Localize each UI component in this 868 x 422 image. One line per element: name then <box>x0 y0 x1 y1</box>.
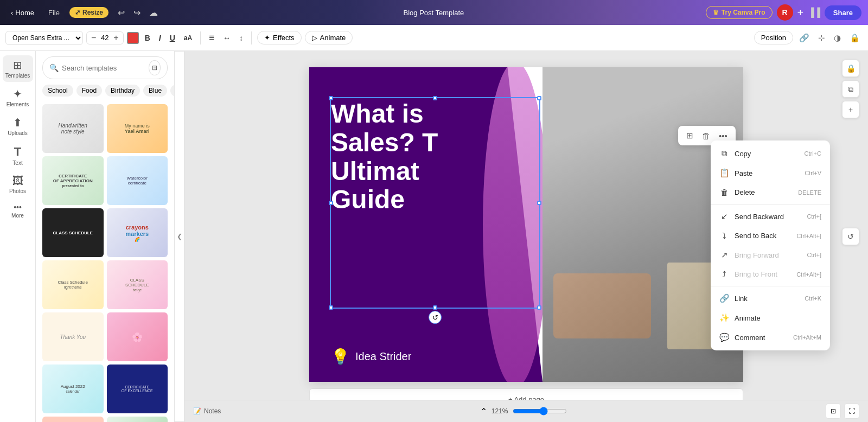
tag-school[interactable]: School <box>42 85 73 97</box>
canvas-add-page-button[interactable]: + <box>842 101 859 118</box>
ctx-copy-item[interactable]: ⧉ Copy Ctrl+C <box>711 144 830 163</box>
tag-birthday[interactable]: Birthday <box>105 85 140 97</box>
letter-spacing-button[interactable]: ↔ <box>220 31 233 44</box>
template-thumb-2[interactable]: My name isYael Amari <box>107 104 168 153</box>
template-thumb-5[interactable]: CLASS SCHEDULE <box>42 208 104 257</box>
lock-icon-button[interactable]: 🔒 <box>847 31 863 45</box>
font-size-decrease-button[interactable]: − <box>90 33 97 43</box>
more-icon: ••• <box>14 203 22 212</box>
underline-button[interactable]: U <box>167 31 178 44</box>
template-thumb-7[interactable]: Class Schedulelight theme <box>42 260 104 309</box>
text-color-button[interactable] <box>127 32 139 44</box>
template-thumb-12[interactable]: CERTIFICATEOF EXCELLENCE <box>107 365 168 413</box>
tag-food[interactable]: Food <box>76 85 102 97</box>
home-button[interactable]: ‹ Home <box>7 7 39 19</box>
photos-icon: 🖼 <box>12 175 23 187</box>
activity-button[interactable]: ▐▐ <box>808 8 820 17</box>
rotate-canvas-button[interactable]: ↺ <box>842 228 859 245</box>
link-icon-button[interactable]: 🔗 <box>796 31 812 45</box>
resize-label: Resize <box>82 9 103 16</box>
share-button[interactable]: Share <box>825 5 861 20</box>
redo-button[interactable]: ↪ <box>130 5 144 21</box>
sidebar-templates-label: Templates <box>5 73 30 79</box>
sidebar-item-templates[interactable]: ⊞ Templates <box>3 55 33 82</box>
italic-button[interactable]: I <box>156 31 164 44</box>
animate-label: Animate <box>320 34 346 42</box>
sidebar-item-photos[interactable]: 🖼 Photos <box>3 171 33 197</box>
ctx-bring-forward-item: ↗ Bring Forward Ctrl+] <box>711 245 830 265</box>
ctx-send-to-back-item[interactable]: ⤵ Send to Back Ctrl+Alt+[ <box>711 226 830 245</box>
effects-button[interactable]: ✦ Effects <box>257 31 302 44</box>
ctx-delete-item[interactable]: 🗑 Delete DELETE <box>711 183 830 202</box>
file-button[interactable]: File <box>44 7 64 19</box>
search-input[interactable] <box>62 64 145 72</box>
zoom-slider[interactable] <box>513 407 567 415</box>
case-button[interactable]: aA <box>181 32 195 44</box>
paste-icon: 📋 <box>719 168 729 178</box>
template-thumb-6[interactable]: crayons markers 🌈 <box>107 208 168 257</box>
ctx-bring-to-front-item: ⤴ Bring to Front Ctrl+Alt+] <box>711 265 830 284</box>
effects-sparkle-icon: ✦ <box>264 34 270 42</box>
filter-button[interactable]: ⊟ <box>149 60 161 75</box>
template-thumb-14[interactable]: Class Schedulecolored <box>107 417 168 422</box>
ctx-send-backward-item[interactable]: ↙ Send Backward Ctrl+[ <box>711 207 830 226</box>
template-thumb-8[interactable]: CLASSSCHEDULEbeige <box>107 260 168 309</box>
nav-title-area: Blog Post Template <box>167 8 700 17</box>
ctx-delete-button[interactable]: 🗑 <box>698 129 714 143</box>
tag-coll[interactable]: Coll... <box>170 85 174 97</box>
sidebar-item-elements[interactable]: ✦ Elements <box>3 84 33 111</box>
blog-text-area: What isSales? TUltimatGuide <box>331 100 537 214</box>
templates-grid: Handwrittennote style My name isYael Ama… <box>36 101 174 422</box>
position-button[interactable]: Position <box>754 31 793 44</box>
ctx-send-to-back-shortcut: Ctrl+Alt+[ <box>796 233 821 239</box>
ctx-paste-item[interactable]: 📋 Paste Ctrl+V <box>711 163 830 183</box>
fit-page-button[interactable]: ⊡ <box>826 404 841 419</box>
canvas-area: 🔒 ⧉ + ↺ <box>184 51 868 422</box>
line-height-button[interactable]: ↕ <box>237 31 246 44</box>
bring-forward-icon: ↗ <box>719 250 729 260</box>
template-thumb-3[interactable]: CERTIFICATEOF APPRECIATIONpresented to <box>42 156 104 205</box>
resize-button[interactable]: ⤢ Resize <box>69 7 108 18</box>
sidebar-more-label: More <box>11 213 24 219</box>
notes-button[interactable]: 📝 Notes <box>193 407 221 415</box>
context-menu: ⧉ Copy Ctrl+C 📋 Paste Ctrl+V 🗑 Delete <box>711 140 830 350</box>
crop-icon-button[interactable]: ⊹ <box>815 31 828 45</box>
fullscreen-button[interactable]: ⛶ <box>844 404 859 419</box>
template-thumb-11[interactable]: August 2022calendar <box>42 365 104 413</box>
font-family-select[interactable]: Open Sans Extra ... <box>5 31 83 45</box>
align-button[interactable]: ≡ <box>206 30 217 46</box>
ctx-animate-item[interactable]: ✨ Animate <box>711 308 830 328</box>
ctx-link-shortcut: Ctrl+K <box>805 295 821 302</box>
try-canva-pro-button[interactable]: ♛ Try Canva Pro <box>706 6 773 19</box>
font-size-control: − 42 + <box>86 31 124 44</box>
hide-panel-button[interactable]: ❮ <box>175 51 184 422</box>
template-thumb-4[interactable]: Watercolorcertificate <box>107 156 168 205</box>
home-chevron-icon: ‹ <box>11 9 13 17</box>
canvas-duplicate-button[interactable]: ⧉ <box>842 80 859 98</box>
font-size-increase-button[interactable]: + <box>112 33 119 43</box>
templates-panel: 🔍 ⊟ School Food Birthday Blue Coll... Ha… <box>36 51 175 422</box>
template-thumb-13[interactable]: MEAL PREPBUNDLE GUIDE <box>42 417 104 422</box>
canvas-page[interactable]: What isSales? TUltimatGuide 💡 Idea Strid… <box>309 67 743 382</box>
ctx-link-item[interactable]: 🔗 Link Ctrl+K <box>711 289 830 308</box>
file-label: File <box>48 9 60 17</box>
animate-button[interactable]: ▷ Animate <box>305 31 353 44</box>
tag-blue[interactable]: Blue <box>143 85 167 97</box>
handle-top-right[interactable] <box>537 96 541 100</box>
bold-button[interactable]: B <box>142 31 153 44</box>
canvas-lock-button[interactable]: 🔒 <box>842 60 859 77</box>
sidebar-item-uploads[interactable]: ⬆ Uploads <box>3 113 33 139</box>
sidebar-item-text[interactable]: T Text <box>3 142 33 169</box>
template-thumb-10[interactable]: 🌸 <box>107 312 168 361</box>
template-thumb-9[interactable]: Thank You <box>42 312 104 361</box>
cloud-save-button[interactable]: ☁ <box>145 5 162 21</box>
ctx-link-label: Link <box>735 295 748 303</box>
sidebar-item-more[interactable]: ••• More <box>3 200 33 222</box>
user-avatar-button[interactable]: R <box>777 4 793 21</box>
add-collaborator-button[interactable]: + <box>797 7 804 19</box>
template-thumb-1[interactable]: Handwrittennote style <box>42 104 104 153</box>
ctx-grid-button[interactable]: ⊞ <box>682 128 697 143</box>
transparency-icon-button[interactable]: ◑ <box>831 31 844 45</box>
ctx-comment-item[interactable]: 💬 Comment Ctrl+Alt+M <box>711 328 830 347</box>
undo-button[interactable]: ↩ <box>114 5 129 21</box>
